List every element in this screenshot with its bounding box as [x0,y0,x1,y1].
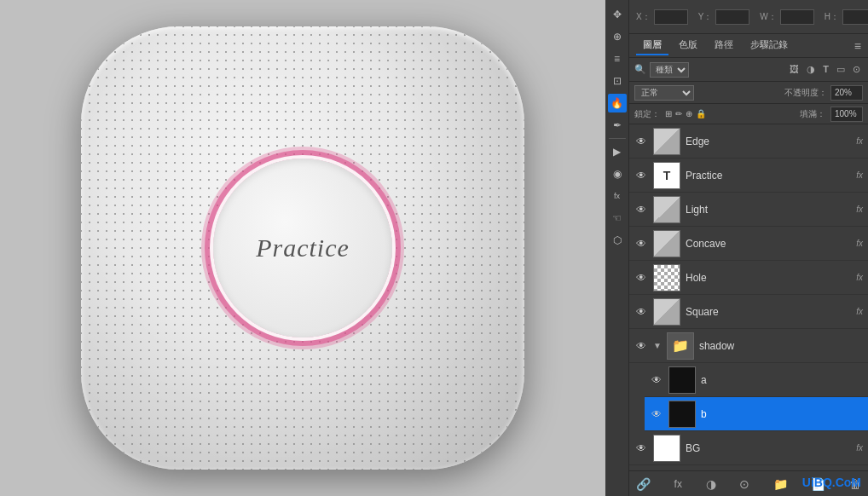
layer-name-shadow: shadow [699,340,863,352]
center-circle: Practice [213,159,392,337]
layer-fx-practice: fx [856,170,863,180]
lock-position-icon[interactable]: ✏ [675,109,682,118]
layer-item-hole[interactable]: 👁 Hole fx [629,261,868,295]
flame-icon[interactable]: 🔥 [608,94,627,112]
layer-item-shadow-b[interactable]: 👁 b [645,397,868,431]
layer-visibility-light[interactable]: 👁 [634,203,648,216]
pen-icon[interactable]: ✒ [608,116,627,135]
ps-topbar: X： Y： W： H： [629,0,868,34]
layer-thumbnail-light [653,196,680,223]
filter-adjust-icon[interactable]: ◑ [804,63,818,76]
layer-name-shadow-b: b [701,408,863,420]
watermark: UiBQ.CoM [802,476,861,489]
ps-filter-row: 🔍 種類 🖼 ◑ T ▭ ⊙ [629,58,868,82]
layer-thumbnail-bg [653,435,680,462]
hand-icon[interactable]: ☜ [608,209,627,228]
layer-visibility-edge[interactable]: 👁 [634,135,648,148]
layer-name-hole: Hole [686,272,851,284]
filter-T-icon[interactable]: T [820,63,831,76]
layer-name-practice: Practice [686,170,851,182]
blend-mode-dropdown[interactable]: 正常 [634,85,694,101]
device-label: Practice [256,234,350,262]
h-input[interactable] [842,9,868,25]
layer-item-edge[interactable]: 👁 Edge fx [629,124,868,159]
fx-icon[interactable]: fx [608,187,627,205]
w-input[interactable] [780,9,814,25]
y-coord-group: Y： [698,9,750,25]
layer-thumbnail-square [653,298,680,326]
fill-input[interactable] [830,107,863,122]
layer-fx-bg: fx [856,443,863,453]
layer-name-bg: BG [686,442,851,454]
link-layers-icon[interactable]: 🔗 [636,477,651,491]
layer-visibility-concave[interactable]: 👁 [634,237,648,251]
transform-icon[interactable]: ⊡ [608,72,627,90]
tab-layers[interactable]: 圖層 [636,36,668,55]
layer-item-practice[interactable]: 👁 T Practice fx [629,159,868,193]
fill-label: 填滿： [800,108,825,120]
layer-thumbnail-shadow: 📁 [667,332,694,360]
layer-item-square[interactable]: 👁 Square fx [629,295,868,329]
layer-visibility-practice[interactable]: 👁 [634,169,648,182]
lock-all-icon[interactable]: 🔒 [696,109,706,118]
arrow-icon[interactable]: ▶ [608,142,627,161]
lock-pixels-icon[interactable]: ⊞ [665,109,672,118]
filter-image-icon[interactable]: 🖼 [787,63,801,76]
layer-visibility-shadow-a[interactable]: 👁 [650,373,663,387]
opacity-label: 不透明度： [784,87,827,99]
layer-visibility-bg[interactable]: 👁 [634,441,648,455]
lock-label: 鎖定： [634,108,660,120]
add-adjustment-icon[interactable]: ⊙ [739,477,749,491]
x-input[interactable] [654,9,688,25]
x-label: X： [636,11,651,23]
layer-visibility-shadow-b[interactable]: 👁 [650,407,663,421]
cube-icon[interactable]: ⬡ [608,231,627,250]
lock-move-icon[interactable]: ⊕ [686,109,692,118]
tab-history[interactable]: 步驟記錄 [744,36,795,55]
tab-color[interactable]: 色版 [672,36,704,55]
layer-fx-light: fx [856,205,863,214]
add-mask-icon[interactable]: ◑ [706,477,716,491]
layer-name-square: Square [686,306,851,318]
w-coord-group: W： [760,9,813,25]
layer-item-shadow[interactable]: 👁 ▼ 📁 shadow [629,329,868,363]
layer-item-shadow-a[interactable]: 👁 a [645,363,868,397]
layer-name-light: Light [686,204,851,216]
ps-blend-row: 正常 不透明度： [629,82,868,104]
layer-item-concave[interactable]: 👁 Concave fx [629,227,868,261]
layer-item-bg[interactable]: 👁 BG fx [629,431,868,465]
panel-options-icon[interactable]: ≡ [854,39,861,53]
canvas-area: Practice [0,0,605,496]
layer-fx-concave: fx [856,239,863,248]
ps-lock-row: 鎖定： ⊞ ✏ ⊕ 🔒 填滿： [629,104,868,124]
filter-smart-icon[interactable]: ⊙ [850,63,863,76]
add-style-icon[interactable]: fx [674,478,682,490]
filter-type-dropdown[interactable]: 種類 [650,62,689,78]
layer-fx-square: fx [856,307,863,316]
filter-shape-icon[interactable]: ▭ [834,63,848,76]
layer-visibility-shadow[interactable]: 👁 [634,339,648,353]
menu-icon[interactable]: ≡ [608,49,627,68]
circle-icon[interactable]: ◉ [608,164,627,183]
ps-toolbar: ✥ ⊕ ≡ ⊡ 🔥 ✒ ▶ ◉ fx ☜ ⬡ [605,0,629,496]
opacity-input[interactable] [830,85,863,101]
ps-panel: ✥ ⊕ ≡ ⊡ 🔥 ✒ ▶ ◉ fx ☜ ⬡ X： Y： W： [605,0,868,496]
y-input[interactable] [715,9,749,25]
layer-thumbnail-concave [653,230,680,257]
group-arrow-shadow[interactable]: ▼ [653,341,662,350]
search-icon: 🔍 [634,64,646,75]
layer-name-edge: Edge [686,136,851,147]
crosshair-icon[interactable]: ⊕ [608,27,627,46]
new-group-icon[interactable]: 📁 [773,477,788,491]
layer-name-concave: Concave [686,238,851,250]
x-coord-group: X： [636,9,688,25]
layer-name-shadow-a: a [701,374,863,386]
layer-fx-hole: fx [856,273,863,282]
layer-item-light[interactable]: 👁 Light fx [629,193,868,227]
y-label: Y： [698,11,713,23]
layer-visibility-hole[interactable]: 👁 [634,271,648,285]
tab-paths[interactable]: 路徑 [708,36,740,55]
smoke-detector: Practice [81,26,524,470]
layer-visibility-square[interactable]: 👁 [634,305,648,319]
move-tool-icon[interactable]: ✥ [608,5,627,24]
